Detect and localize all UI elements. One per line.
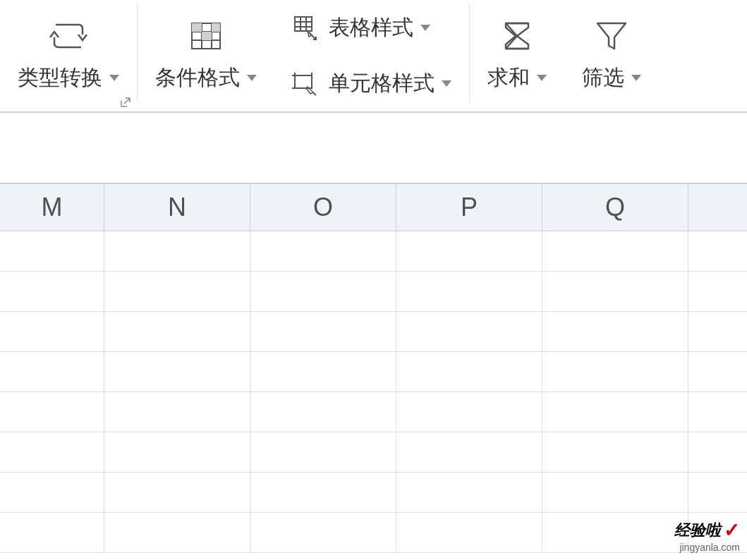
grid-cell[interactable] xyxy=(250,312,396,352)
grid-cell[interactable] xyxy=(104,392,250,432)
grid-cell[interactable] xyxy=(396,312,542,352)
grid-cell[interactable] xyxy=(542,352,688,392)
column-header-Q[interactable]: Q xyxy=(542,183,688,231)
grid-row xyxy=(0,473,747,513)
grid-row xyxy=(0,432,747,473)
grid-cell[interactable] xyxy=(104,352,250,392)
dropdown-arrow-icon xyxy=(631,75,641,81)
svg-rect-5 xyxy=(192,23,202,32)
grid-cell[interactable] xyxy=(542,513,688,553)
watermark-url: jingyanla.com xyxy=(679,542,740,553)
grid-row xyxy=(0,513,747,553)
type-convert-button[interactable]: 类型转换 xyxy=(11,0,126,111)
ribbon-group-type: 类型转换 xyxy=(0,0,137,111)
ribbon-group-format: 条件格式 xyxy=(138,0,274,111)
ribbon-group-sum: 求和 xyxy=(470,0,564,111)
grid-cell[interactable] xyxy=(396,473,542,513)
grid-cell[interactable] xyxy=(0,352,104,392)
grid-cell[interactable] xyxy=(104,432,250,473)
filter-button[interactable]: 筛选 xyxy=(575,0,648,111)
dropdown-arrow-icon xyxy=(442,80,451,87)
grid-cell[interactable] xyxy=(396,392,542,432)
grid-cell[interactable] xyxy=(0,473,104,513)
grid-cell[interactable] xyxy=(250,432,396,473)
grid-cell[interactable] xyxy=(250,231,396,272)
table-style-button[interactable]: 表格样式 xyxy=(285,10,437,46)
sum-icon xyxy=(496,19,538,53)
grid-cell[interactable] xyxy=(250,473,396,513)
grid-cell[interactable] xyxy=(396,432,542,473)
grid-cell[interactable] xyxy=(542,392,688,432)
filter-label: 筛选 xyxy=(582,63,641,92)
grid-cell[interactable] xyxy=(250,352,396,392)
grid-cell[interactable] xyxy=(688,352,747,392)
grid-cell[interactable] xyxy=(104,312,250,352)
group-expand-button[interactable] xyxy=(120,97,131,108)
grid-cell[interactable] xyxy=(0,231,104,272)
cell-style-icon xyxy=(292,70,320,98)
table-style-icon xyxy=(292,14,320,42)
column-header-P[interactable]: P xyxy=(396,183,542,231)
grid-cell[interactable] xyxy=(542,272,688,312)
grid-cell[interactable] xyxy=(542,432,688,473)
grid-rows xyxy=(0,231,747,553)
grid-cell[interactable] xyxy=(0,392,104,432)
grid-cell[interactable] xyxy=(0,513,104,553)
grid-row xyxy=(0,312,747,352)
grid-cell[interactable] xyxy=(542,473,688,513)
grid-cell[interactable] xyxy=(542,312,688,352)
column-header-N[interactable]: N xyxy=(104,183,250,231)
filter-icon xyxy=(590,19,633,53)
grid-row xyxy=(0,352,747,392)
ribbon-group-filter: 筛选 xyxy=(564,0,659,111)
watermark-title: 经验啦 ✓ xyxy=(674,518,740,542)
cell-style-button[interactable]: 单元格样式 xyxy=(285,66,458,102)
grid-cell[interactable] xyxy=(688,392,747,432)
grid-cell[interactable] xyxy=(104,231,250,272)
column-header-M[interactable]: M xyxy=(0,183,104,231)
grid-cell[interactable] xyxy=(396,513,542,553)
grid-cell[interactable] xyxy=(688,432,747,473)
grid-cell[interactable] xyxy=(688,231,747,272)
cell-style-label: 单元格样式 xyxy=(329,69,451,98)
conditional-format-label: 条件格式 xyxy=(155,63,257,92)
type-convert-icon xyxy=(47,19,90,53)
grid-cell[interactable] xyxy=(688,312,747,352)
column-header-partial[interactable] xyxy=(688,183,747,231)
grid-cell[interactable] xyxy=(396,272,542,312)
formula-bar[interactable] xyxy=(0,113,747,183)
grid-cell[interactable] xyxy=(250,513,396,553)
grid-row xyxy=(0,272,747,312)
grid-cell[interactable] xyxy=(104,473,250,513)
grid-cell[interactable] xyxy=(0,272,104,312)
grid-cell[interactable] xyxy=(688,473,747,513)
conditional-format-button[interactable]: 条件格式 xyxy=(148,0,264,111)
grid-cell[interactable] xyxy=(0,432,104,473)
dropdown-arrow-icon xyxy=(537,75,547,81)
grid-row xyxy=(0,392,747,432)
dropdown-arrow-icon xyxy=(109,75,119,81)
grid-cell[interactable] xyxy=(250,392,396,432)
grid-cell[interactable] xyxy=(396,352,542,392)
spreadsheet-grid: M N O P Q xyxy=(0,183,747,553)
ribbon-toolbar: 类型转换 xyxy=(0,0,747,113)
grid-cell[interactable] xyxy=(0,312,104,352)
grid-cell[interactable] xyxy=(688,272,747,312)
grid-cell[interactable] xyxy=(104,272,250,312)
checkmark-icon: ✓ xyxy=(724,518,740,542)
type-convert-label: 类型转换 xyxy=(18,63,119,92)
grid-cell[interactable] xyxy=(104,513,250,553)
grid-cell[interactable] xyxy=(396,231,542,272)
grid-row xyxy=(0,231,747,272)
column-header-O[interactable]: O xyxy=(250,183,396,231)
dropdown-arrow-icon xyxy=(247,75,257,81)
grid-cell[interactable] xyxy=(250,272,396,312)
dropdown-arrow-icon xyxy=(420,25,430,31)
table-style-label: 表格样式 xyxy=(329,13,430,42)
grid-cell[interactable] xyxy=(542,231,688,272)
conditional-format-icon xyxy=(185,19,227,53)
svg-rect-13 xyxy=(295,75,312,88)
sum-label: 求和 xyxy=(487,63,547,92)
ribbon-group-styles: 表格样式 单元格样式 xyxy=(274,0,469,111)
sum-button[interactable]: 求和 xyxy=(480,0,554,111)
